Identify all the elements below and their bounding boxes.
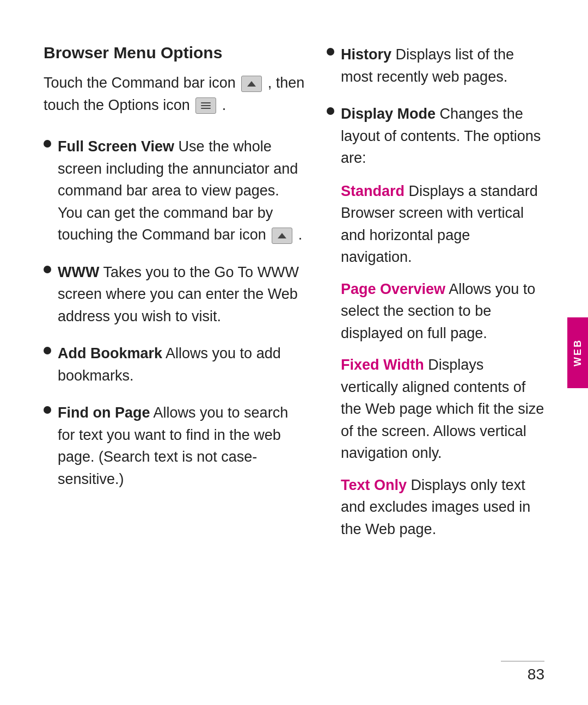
right-column: History Displays list of the most recent… (327, 44, 544, 672)
intro-text: Touch the Command bar icon , then touch … (44, 72, 305, 116)
sub-options: Standard Displays a standard Browser scr… (341, 180, 544, 541)
page-number-area: 83 (501, 661, 544, 683)
bullet-content-bookmark: Add Bookmark Allows you to add bookmarks… (58, 342, 305, 387)
bullet-content-www: WWW Takes you to the Go To WWW screen wh… (58, 261, 305, 328)
bullet-title-fullscreen: Full Screen View (58, 138, 174, 155)
bullet-content-displaymode: Display Mode Changes the layout of conte… (341, 103, 544, 540)
sub-option-title-pageoverview: Page Overview (341, 281, 445, 297)
sub-option-title-fixedwidth: Fixed Width (341, 357, 424, 373)
bullet-item-find: Find on Page Allows you to search for te… (44, 402, 305, 490)
bullet-dot-displaymode (327, 107, 334, 115)
intro-line1: Touch the Command bar icon (44, 75, 236, 91)
command-bar-icon (241, 76, 262, 92)
intro-dot: . (222, 97, 226, 113)
sub-option-standard: Standard Displays a standard Browser scr… (341, 180, 544, 268)
bullet-content-fullscreen: Full Screen View Use the whole screen in… (58, 136, 305, 246)
icon-line-3 (201, 108, 211, 109)
bullet-dot-find (44, 406, 51, 414)
icon-line-2 (201, 105, 211, 106)
bullet-dot-www (44, 266, 51, 273)
command-bar-icon-2 (272, 228, 292, 244)
bullet-title-www: WWW (58, 264, 99, 280)
bullet-item-bookmark: Add Bookmark Allows you to add bookmarks… (44, 342, 305, 387)
bullet-title-displaymode: Display Mode (341, 106, 436, 122)
sidebar-tab-text: WEB (572, 339, 584, 366)
section-title: Browser Menu Options (44, 44, 305, 62)
bullet-end-dot: . (298, 226, 303, 243)
lines-icon (201, 102, 211, 109)
options-icon (195, 97, 216, 114)
left-column: Browser Menu Options Touch the Command b… (44, 44, 305, 672)
icon-line-1 (201, 102, 211, 103)
bullet-content-find: Find on Page Allows you to search for te… (58, 402, 305, 490)
up-arrow-icon (247, 81, 256, 87)
page-content: Browser Menu Options Touch the Command b… (0, 0, 588, 705)
page-number: 83 (528, 666, 544, 683)
bullet-item-history: History Displays list of the most recent… (327, 44, 544, 88)
bullet-title-history: History (341, 46, 391, 63)
bullet-list-left: Full Screen View Use the whole screen in… (44, 136, 305, 490)
sub-option-title-standard: Standard (341, 183, 405, 199)
bullet-item-www: WWW Takes you to the Go To WWW screen wh… (44, 261, 305, 328)
bullet-item-fullscreen: Full Screen View Use the whole screen in… (44, 136, 305, 246)
sub-option-pageoverview: Page Overview Allows you to select the s… (341, 278, 544, 345)
bullet-dot-bookmark (44, 347, 51, 354)
bullet-content-history: History Displays list of the most recent… (341, 44, 544, 88)
bullet-title-find: Find on Page (58, 404, 150, 421)
bullet-dot-history (327, 48, 334, 56)
page-divider (501, 661, 544, 661)
bullet-dot-fullscreen (44, 140, 51, 148)
up-arrow-icon-2 (278, 233, 286, 238)
sidebar-tab: WEB (567, 317, 588, 388)
bullet-title-bookmark: Add Bookmark (58, 345, 162, 361)
sub-option-textonly: Text Only Displays only text and exclude… (341, 474, 544, 541)
bullet-item-displaymode: Display Mode Changes the layout of conte… (327, 103, 544, 540)
sub-option-fixedwidth: Fixed Width Displays vertically aligned … (341, 354, 544, 464)
sub-option-title-textonly: Text Only (341, 477, 407, 493)
